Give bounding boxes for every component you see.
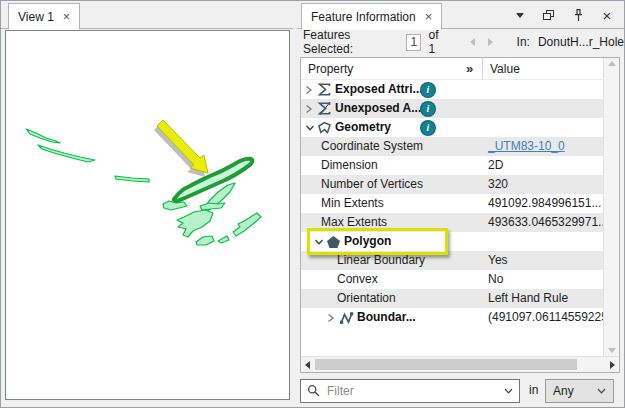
chevron-down-icon <box>597 388 606 394</box>
property-cell: Geometryi <box>301 118 483 137</box>
filter-input[interactable] <box>327 384 498 398</box>
scroll-down-icon[interactable] <box>608 348 616 353</box>
property-value: 320 <box>483 175 603 194</box>
vertical-scrollbar[interactable] <box>603 58 619 356</box>
value-column-header[interactable]: Value <box>483 62 603 76</box>
property-label: Geometry <box>335 118 391 137</box>
table-row[interactable]: Boundar...(491097.06114559225 <box>301 308 603 327</box>
property-value: (491097.06114559225 <box>483 308 603 327</box>
panel-controls: × <box>513 8 614 22</box>
island-polygon[interactable] <box>26 129 60 143</box>
table-row[interactable]: Coordinate System_UTM83-10_0 <box>301 137 603 156</box>
island-polygon[interactable] <box>177 210 213 237</box>
table-row[interactable]: Geometryi <box>301 118 603 137</box>
filter-bar: in Any <box>297 377 624 405</box>
selected-count-field[interactable]: 1 <box>406 34 421 51</box>
table-row[interactable]: Dimension2D <box>301 156 603 175</box>
close-icon[interactable]: × <box>425 10 433 23</box>
island-polygon[interactable] <box>218 236 229 243</box>
property-label: Exposed Attri... <box>335 80 423 99</box>
horizontal-scrollbar[interactable] <box>301 356 619 372</box>
island-polygon[interactable] <box>38 145 95 162</box>
scrollbar-thumb[interactable] <box>315 359 577 370</box>
pin-icon[interactable] <box>571 8 585 22</box>
of-total-label: of 1 <box>428 28 447 56</box>
close-icon[interactable]: × <box>63 10 71 23</box>
property-label: Unexposed A... <box>335 99 421 118</box>
property-value: 2D <box>483 156 603 175</box>
chevron-down-icon[interactable] <box>305 124 317 132</box>
float-window-icon[interactable] <box>542 8 556 22</box>
search-icon <box>307 384 321 398</box>
island-polygon[interactable] <box>233 213 261 236</box>
property-table: Property » Value Exposed Attri...iUnexpo… <box>300 57 620 373</box>
property-cell: Linear Boundary <box>301 251 483 270</box>
property-value: Left Hand Rule <box>483 289 603 308</box>
info-icon[interactable]: i <box>421 102 435 116</box>
chevron-right-icon[interactable] <box>305 85 317 95</box>
dataset-name: DonutH...r_Hole <box>538 35 624 49</box>
polyline-icon <box>339 312 357 324</box>
app-window: View 1 × Feature Information × × <box>0 0 625 408</box>
sigma-slash-icon <box>317 102 335 115</box>
property-value[interactable]: _UTM83-10_0 <box>483 137 603 156</box>
table-row[interactable]: Exposed Attri...i <box>301 80 603 99</box>
table-row[interactable]: Polygon <box>301 232 603 251</box>
scroll-left-icon[interactable] <box>305 361 310 369</box>
close-panel-icon[interactable]: × <box>600 8 614 22</box>
next-feature-icon[interactable] <box>488 38 493 46</box>
island-polygon[interactable] <box>196 236 214 245</box>
property-value: Yes <box>483 251 603 270</box>
table-row[interactable]: Unexposed A...i <box>301 99 603 118</box>
chevron-right-icon[interactable] <box>305 104 317 114</box>
features-selected-label: Features Selected: <box>303 28 399 56</box>
table-row[interactable]: ConvexNo <box>301 270 603 289</box>
filter-in-label: in <box>529 383 538 397</box>
chevron-down-icon[interactable] <box>504 388 513 394</box>
expand-all-icon[interactable]: » <box>457 58 483 79</box>
filter-scope-dropdown[interactable]: Any <box>545 379 614 403</box>
property-cell: Orientation <box>301 289 483 308</box>
property-label: Coordinate System <box>321 137 423 156</box>
scroll-up-icon[interactable] <box>608 61 616 66</box>
dropdown-menu-icon[interactable] <box>513 8 527 22</box>
property-label: Convex <box>337 270 378 289</box>
geometry-icon <box>317 121 335 134</box>
property-label: Linear Boundary <box>337 251 425 270</box>
feature-information-pane: Feature Information × × Features Selecte… <box>297 1 624 407</box>
island-polygon[interactable] <box>115 176 149 182</box>
property-rows: Exposed Attri...iUnexposed A...iGeometry… <box>301 80 603 356</box>
map-viewport[interactable] <box>5 30 290 400</box>
tab-feature-information[interactable]: Feature Information × <box>301 3 442 30</box>
table-row[interactable]: Linear BoundaryYes <box>301 251 603 270</box>
property-cell: Max Extents <box>301 213 483 232</box>
property-cell: Exposed Attri...i <box>301 80 483 99</box>
island-polygon[interactable] <box>200 203 225 210</box>
tab-view-1[interactable]: View 1 × <box>8 3 80 30</box>
table-row[interactable]: Number of Vertices320 <box>301 175 603 194</box>
property-column-header[interactable]: Property <box>301 62 457 76</box>
property-label: Number of Vertices <box>321 175 423 194</box>
property-cell: Boundar... <box>301 308 483 327</box>
property-label: Polygon <box>344 232 391 251</box>
filter-combobox[interactable] <box>300 379 520 403</box>
tab-view-1-label: View 1 <box>18 10 54 24</box>
pentagon-icon <box>326 235 344 249</box>
info-icon[interactable]: i <box>421 121 435 135</box>
sigma-icon <box>317 83 335 96</box>
property-value: 493633.0465329971... <box>483 213 603 232</box>
scroll-right-icon[interactable] <box>610 361 615 369</box>
chevron-down-icon[interactable] <box>314 238 326 246</box>
previous-feature-icon[interactable] <box>470 38 475 46</box>
view-pane: View 1 × <box>1 1 293 407</box>
highlighted-island-polygon[interactable] <box>174 159 252 201</box>
info-icon[interactable]: i <box>421 83 435 97</box>
property-cell: Convex <box>301 270 483 289</box>
property-label: Orientation <box>337 289 396 308</box>
table-row[interactable]: Min Extents491092.984996151... <box>301 194 603 213</box>
table-row[interactable]: Max Extents493633.0465329971... <box>301 213 603 232</box>
table-row[interactable]: OrientationLeft Hand Rule <box>301 289 603 308</box>
chevron-right-icon[interactable] <box>327 313 339 323</box>
property-cell: Unexposed A...i <box>301 99 483 118</box>
property-cell: Coordinate System <box>301 137 483 156</box>
